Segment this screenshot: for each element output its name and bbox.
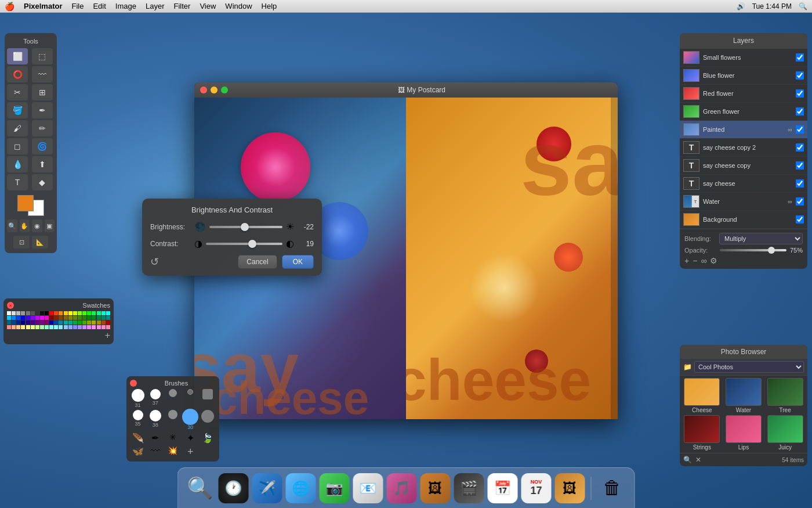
move-tool[interactable]: ⬚ [32, 48, 53, 64]
layer-visibility-water[interactable] [796, 197, 804, 206]
swatch-58[interactable] [78, 320, 82, 325]
layer-visibility-say-cheese-copy[interactable] [796, 161, 804, 170]
swatch-26[interactable] [31, 316, 35, 320]
swatch-11[interactable] [64, 311, 68, 315]
swatch-30[interactable] [49, 316, 53, 320]
search-icon[interactable]: 🔍 [799, 2, 807, 10]
dock-pixelmator[interactable]: 🖼 [555, 473, 585, 503]
swatch-magenta[interactable] [40, 316, 44, 320]
brushes-close-button[interactable] [130, 380, 137, 387]
edit-menu[interactable]: Edit [93, 2, 106, 10]
hand-tool[interactable]: ✋ [20, 219, 30, 232]
pb-item-juicy[interactable]: Juicy [765, 415, 805, 451]
swatch-62[interactable] [97, 320, 101, 325]
volume-icon[interactable]: 🔊 [737, 2, 745, 10]
layer-water[interactable]: T Water ∞ [680, 193, 807, 211]
layer-background[interactable]: Background [680, 211, 807, 229]
swatch-73[interactable] [45, 325, 49, 329]
swatch-25[interactable] [26, 316, 30, 320]
brightness-thumb[interactable] [241, 223, 249, 231]
swatch-55[interactable] [64, 320, 68, 325]
swatch-38[interactable] [87, 316, 91, 320]
swatch-49[interactable] [35, 320, 39, 325]
swatch-77[interactable] [64, 325, 68, 329]
ok-button[interactable]: OK [282, 255, 314, 269]
swatch-56[interactable] [68, 320, 72, 325]
dock-ical2[interactable]: NOV17 [521, 473, 552, 503]
brush-item-8[interactable] [165, 410, 180, 430]
layer-visibility-green-flower[interactable] [796, 107, 804, 116]
dock-facetime[interactable]: 📷 [320, 473, 350, 503]
pen-tool[interactable]: ✒ [32, 102, 53, 118]
pb-item-strings[interactable]: Strings [682, 415, 722, 451]
swatch-51[interactable] [45, 320, 49, 325]
swatch-52[interactable] [49, 320, 53, 325]
layer-visibility-red-flower[interactable] [796, 89, 804, 98]
bc-reset-button[interactable]: ↺ [150, 255, 159, 268]
layer-visibility-painted[interactable] [796, 125, 804, 134]
selection-tool[interactable]: ⬜ [7, 48, 28, 64]
window-minimize-button[interactable] [211, 87, 217, 93]
swatch-75[interactable] [54, 325, 58, 329]
pb-item-water[interactable]: Water [724, 378, 764, 413]
view-menu[interactable]: View [200, 2, 216, 10]
pb-item-cheese[interactable]: Cheese [682, 378, 722, 413]
brush-butterfly[interactable]: 🦋 [130, 446, 146, 458]
brush-item-1[interactable]: 31 [130, 389, 146, 408]
swatch-57[interactable] [73, 320, 77, 325]
swatch-5[interactable] [31, 311, 35, 315]
file-menu[interactable]: File [71, 2, 84, 10]
pb-category-select[interactable]: Cool Photos All Photos Recent [694, 361, 804, 373]
image-menu[interactable]: Image [115, 2, 136, 10]
pb-search-icon[interactable]: 🔍 [683, 456, 692, 464]
pencil-tool[interactable]: ✏ [32, 120, 53, 136]
layer-say-cheese-copy2[interactable]: T say cheese copy 2 [680, 139, 807, 157]
layer-say-cheese[interactable]: T say cheese [680, 175, 807, 193]
brush-star[interactable]: ✦ [183, 433, 198, 444]
dock-trash[interactable]: 🗑 [597, 473, 628, 503]
brush-item-3[interactable] [165, 389, 180, 408]
swatch-66[interactable] [12, 325, 16, 329]
brush-add[interactable]: + [183, 446, 198, 458]
filter-menu[interactable]: Filter [174, 2, 191, 10]
brush-tool[interactable]: 🖌 [7, 120, 28, 136]
contrast-thumb[interactable] [248, 240, 256, 248]
brush-splat[interactable]: 💥 [165, 446, 180, 458]
opacity-thumb[interactable] [768, 247, 775, 254]
layer-visibility-blue-flower[interactable] [796, 71, 804, 80]
lasso-tool[interactable]: 〰 [32, 66, 53, 82]
swatch-47[interactable] [26, 320, 30, 325]
swatch-80[interactable] [78, 325, 82, 329]
swatch-69[interactable] [26, 325, 30, 329]
swatch-35[interactable] [73, 316, 77, 320]
swatch-70[interactable] [31, 325, 35, 329]
swatch-72[interactable] [40, 325, 44, 329]
swatch-white[interactable] [7, 311, 11, 315]
brush-item-10[interactable] [200, 410, 216, 430]
window-menu[interactable]: Window [225, 2, 252, 10]
dock-clock[interactable]: 🕐 [219, 473, 249, 503]
swatch-13[interactable] [73, 311, 77, 315]
eraser-tool[interactable]: ◻ [7, 138, 28, 154]
delete-layer-button[interactable]: − [693, 256, 697, 265]
pb-item-lips[interactable]: Lips [724, 415, 764, 451]
swatch-17[interactable] [92, 311, 96, 315]
swatch-63[interactable] [102, 320, 106, 325]
swatch-36[interactable] [78, 316, 82, 320]
brush-scatter[interactable]: ✳ [165, 433, 180, 444]
swatch-61[interactable] [92, 320, 96, 325]
swatch-29[interactable] [45, 316, 49, 320]
layer-blue-flower[interactable]: Blue flower [680, 67, 807, 85]
cancel-button[interactable]: Cancel [238, 255, 277, 269]
swatch-64[interactable] [106, 320, 110, 325]
swatch-43[interactable] [7, 320, 11, 325]
swatch-46[interactable] [21, 320, 25, 325]
blending-select[interactable]: Multiply Normal Screen Overlay [719, 233, 803, 244]
smudge-tool[interactable]: 🌀 [32, 138, 53, 154]
swatch-60[interactable] [87, 320, 91, 325]
swatch-14[interactable] [78, 311, 82, 315]
swatch-78[interactable] [68, 325, 72, 329]
dock-dvd[interactable]: 🎬 [454, 473, 484, 503]
swatch-76[interactable] [59, 325, 63, 329]
crop-tool[interactable]: ✂ [7, 84, 28, 100]
